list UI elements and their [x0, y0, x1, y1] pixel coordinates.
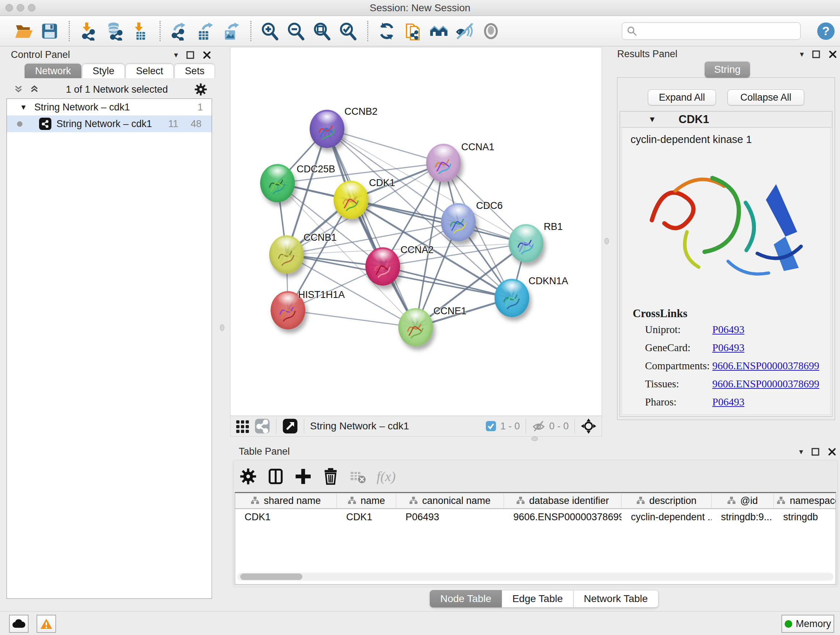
network-row[interactable]: String Network – cdk1 11 48 — [7, 116, 212, 132]
table-panel-close-icon[interactable] — [828, 448, 836, 456]
control-panel-close-icon[interactable] — [202, 51, 211, 59]
import-network-file-icon[interactable] — [78, 21, 99, 42]
zoom-fit-icon[interactable] — [311, 21, 332, 42]
node-CCNB2[interactable] — [309, 110, 344, 148]
node-CCNA1[interactable] — [426, 144, 461, 182]
crosslink-uniprot-link[interactable]: P06493 — [712, 324, 830, 336]
gene-section-header[interactable]: ▼ CDK1 — [620, 111, 832, 127]
column-header-shared-name[interactable]: shared name — [235, 493, 337, 508]
node-CCNB1[interactable] — [269, 235, 304, 274]
control-panel-float-icon[interactable] — [186, 51, 195, 59]
network-canvas[interactable]: CCNB2CCNA1CDC25BCDK1CDC6RB1CCNB1CCNA2CDK… — [231, 48, 602, 416]
collapse-all-button[interactable]: Collapse All — [728, 89, 804, 105]
horizontal-splitter-handle[interactable] — [531, 437, 538, 441]
export-network-icon[interactable] — [169, 21, 189, 42]
section-collapse-icon[interactable]: ▼ — [648, 115, 656, 124]
node-RB1[interactable] — [508, 224, 543, 263]
export-table-icon[interactable] — [195, 21, 216, 42]
import-network-clipboard-icon[interactable] — [402, 21, 423, 42]
node-CDKN1A[interactable] — [494, 279, 529, 317]
birdseye-toggle-icon[interactable] — [581, 418, 597, 434]
hide-graphics-details-icon[interactable] — [454, 21, 475, 42]
node-CCNE1[interactable] — [398, 308, 433, 347]
column-header-name[interactable]: name — [337, 493, 396, 508]
grid-view-icon[interactable] — [235, 419, 250, 433]
right-splitter-handle[interactable] — [605, 238, 609, 244]
tab-sets[interactable]: Sets — [174, 64, 215, 78]
table-settings-gear-icon[interactable] — [239, 467, 257, 486]
network-options-gear-icon[interactable] — [194, 82, 208, 96]
open-in-new-window-icon[interactable] — [282, 418, 298, 434]
crosslink-genecard-link[interactable]: P06493 — [712, 342, 830, 354]
node-CDC6[interactable] — [441, 203, 476, 241]
expand-all-button[interactable]: Expand All — [648, 89, 716, 105]
crosslink-tissues-link[interactable]: 9606.ENSP00000378699 — [712, 378, 830, 390]
birdseye-view-icon[interactable] — [480, 21, 501, 42]
edge-HIST1H1A-CCNE1[interactable] — [288, 310, 416, 327]
create-column-icon[interactable] — [294, 467, 312, 486]
cell--id[interactable]: stringdb:9... — [712, 509, 774, 525]
crosslink-pharos-link[interactable]: P06493 — [712, 396, 830, 408]
expand-all-icon[interactable] — [29, 84, 40, 95]
node-CDC25B[interactable] — [260, 164, 295, 203]
control-panel-menu-icon[interactable]: ▾ — [174, 51, 178, 59]
network-collection-row[interactable]: ▼ String Network – cdk1 1 — [7, 99, 212, 116]
table-panel: Table Panel ▾ f(x) shared namenamec — [230, 445, 840, 591]
table-panel-float-icon[interactable] — [811, 448, 820, 456]
cell-shared-name[interactable]: CDK1 — [235, 509, 337, 525]
show-columns-icon[interactable] — [267, 467, 285, 486]
tab-style[interactable]: Style — [82, 64, 125, 78]
warnings-button[interactable] — [36, 615, 56, 633]
string-share-icon[interactable] — [254, 418, 270, 434]
function-builder-icon[interactable]: f(x) — [377, 469, 396, 485]
refresh-icon[interactable] — [376, 21, 397, 42]
column-header-description[interactable]: description — [622, 493, 712, 508]
column-header--id[interactable]: @id — [712, 493, 774, 508]
home-panels-icon[interactable] — [428, 21, 449, 42]
tab-string[interactable]: String — [705, 62, 750, 78]
table-panel-menu-icon[interactable]: ▾ — [799, 448, 803, 456]
left-splitter-handle[interactable] — [220, 325, 224, 331]
edge-CCNB2-CCNA1[interactable] — [327, 129, 444, 163]
tab-edge-table[interactable]: Edge Table — [502, 590, 573, 608]
cloud-status-button[interactable] — [9, 615, 28, 633]
cell-namespace[interactable]: stringdb — [774, 509, 836, 525]
tab-network[interactable]: Network — [25, 64, 81, 78]
cell-name[interactable]: CDK1 — [337, 509, 396, 525]
table-row[interactable]: CDK1CDK1P064939606.ENSP00000378699cyclin… — [235, 509, 836, 525]
cell-description[interactable]: cyclin-dependent ... — [622, 509, 712, 525]
save-session-icon[interactable] — [39, 21, 60, 42]
zoom-selected-icon[interactable] — [338, 21, 358, 42]
delete-column-trash-icon[interactable] — [322, 467, 340, 486]
column-header-database-identifier[interactable]: database identifier — [504, 493, 622, 508]
zoom-in-icon[interactable] — [259, 21, 280, 42]
help-button[interactable]: ? — [817, 22, 835, 40]
column-header-canonical-name[interactable]: canonical name — [396, 493, 504, 508]
collapse-all-icon[interactable] — [13, 84, 24, 95]
memory-button[interactable]: Memory — [782, 615, 834, 633]
horizontal-scrollbar[interactable] — [237, 573, 834, 581]
results-panel-menu-icon[interactable]: ▾ — [800, 50, 804, 58]
results-panel-close-icon[interactable] — [829, 50, 837, 59]
tab-select[interactable]: Select — [126, 64, 174, 78]
open-file-icon[interactable] — [13, 21, 34, 42]
crosslink-compartments-link[interactable]: 9606.ENSP00000378699 — [712, 360, 830, 372]
import-network-database-icon[interactable] — [104, 21, 125, 42]
node-CCNA2[interactable] — [365, 247, 400, 286]
import-table-file-icon[interactable] — [130, 21, 151, 42]
node-CDK1[interactable] — [333, 181, 368, 219]
column-header-namespace[interactable]: namespace — [774, 493, 836, 508]
cell-canonical-name[interactable]: P06493 — [396, 509, 504, 525]
tab-node-table[interactable]: Node Table — [430, 590, 502, 608]
zoom-out-icon[interactable] — [286, 21, 306, 42]
selected-checkbox-icon[interactable] — [485, 420, 497, 432]
delete-table-icon[interactable] — [349, 467, 367, 486]
tab-network-table[interactable]: Network Table — [573, 590, 658, 608]
search-input[interactable] — [622, 22, 801, 40]
cell-database-identifier[interactable]: 9606.ENSP00000378699 — [504, 509, 622, 525]
collection-expand-icon[interactable]: ▼ — [20, 103, 27, 111]
hidden-eye-icon[interactable] — [532, 420, 546, 432]
results-panel-float-icon[interactable] — [812, 50, 821, 59]
export-image-icon[interactable] — [221, 21, 242, 42]
scrollbar-thumb[interactable] — [240, 573, 302, 580]
